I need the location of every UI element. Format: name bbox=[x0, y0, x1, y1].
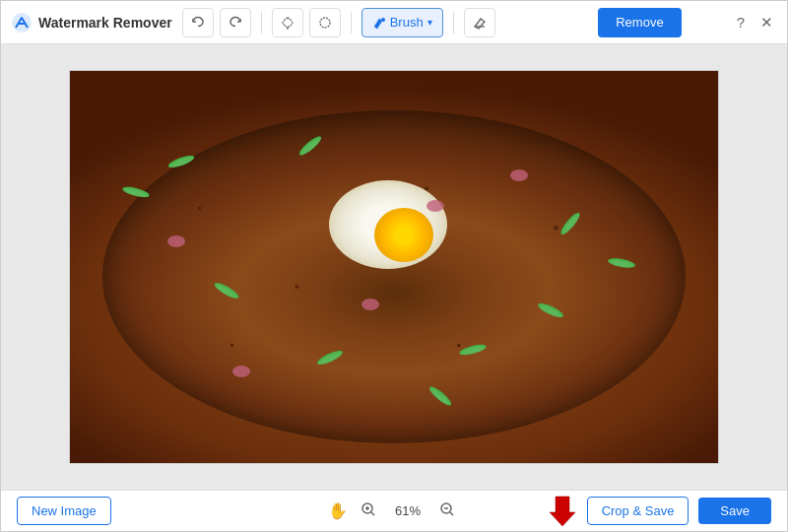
separator-2 bbox=[351, 12, 352, 33]
remove-button[interactable]: Remove bbox=[598, 8, 681, 37]
svg-point-2 bbox=[320, 18, 330, 28]
eraser-button[interactable] bbox=[464, 8, 495, 37]
svg-marker-12 bbox=[550, 497, 575, 526]
window-controls: ? ✕ bbox=[733, 12, 777, 33]
undo-button[interactable] bbox=[182, 8, 214, 37]
right-actions: Crop & Save Save bbox=[548, 495, 771, 528]
new-image-button[interactable]: New Image bbox=[17, 497, 111, 525]
svg-point-3 bbox=[381, 18, 385, 22]
zoom-out-button[interactable] bbox=[434, 499, 460, 523]
svg-line-10 bbox=[450, 512, 453, 515]
close-button[interactable]: ✕ bbox=[756, 12, 777, 33]
bottom-actions: New Image ✋ 61% bbox=[17, 495, 771, 528]
save-button[interactable]: Save bbox=[698, 498, 771, 524]
brush-tool-button[interactable]: Brush ▾ bbox=[361, 8, 443, 37]
svg-line-6 bbox=[371, 512, 374, 515]
brush-label: Brush bbox=[390, 15, 424, 30]
separator-1 bbox=[261, 12, 262, 33]
oval-tool-button[interactable] bbox=[309, 8, 341, 37]
hand-tool-icon[interactable]: ✋ bbox=[328, 501, 348, 520]
app-logo bbox=[11, 12, 33, 33]
zoom-controls: ✋ 61% bbox=[328, 499, 460, 523]
download-arrow-icon bbox=[548, 495, 577, 528]
app-title: Watermark Remover bbox=[38, 15, 172, 31]
crop-save-button[interactable]: Crop & Save bbox=[587, 497, 690, 525]
titlebar: Watermark Remover Brush bbox=[1, 1, 787, 44]
brush-chevron: ▾ bbox=[427, 17, 432, 28]
redo-button[interactable] bbox=[220, 8, 251, 37]
zoom-level: 61% bbox=[389, 503, 427, 518]
image-container[interactable] bbox=[69, 70, 719, 464]
canvas-area[interactable] bbox=[1, 44, 787, 490]
download-arrow-container bbox=[548, 495, 577, 528]
statusbar: New Image ✋ 61% bbox=[1, 490, 787, 531]
zoom-in-button[interactable] bbox=[356, 499, 381, 523]
food-image bbox=[70, 71, 718, 463]
help-button[interactable]: ? bbox=[733, 12, 749, 33]
lasso-tool-button[interactable] bbox=[272, 8, 303, 37]
separator-3 bbox=[453, 12, 454, 33]
